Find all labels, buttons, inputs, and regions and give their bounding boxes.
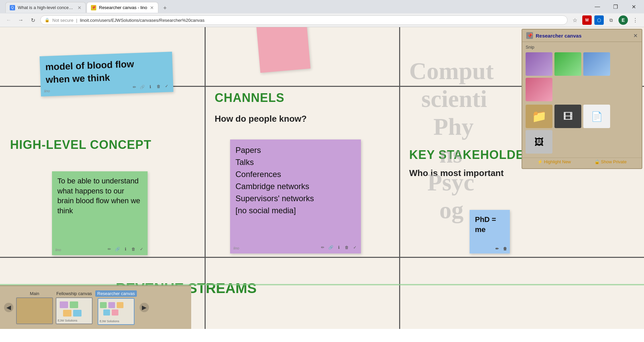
tab-2-icon: 📌 bbox=[91, 5, 96, 10]
channels-sticky[interactable]: PapersTalksConferencesCambridge networks… bbox=[230, 139, 361, 253]
canvas-prev-button[interactable]: ◀ bbox=[4, 303, 13, 312]
address-bar[interactable]: 🔒 CHANNELS Not secure | linoit.com/users… bbox=[40, 15, 568, 25]
toolbar-right: ☆ M ⬡ ⧉ E ⋮ bbox=[570, 15, 640, 25]
tab-1-label: What is a high-level concept? | A bbox=[18, 5, 75, 10]
link-icon-2[interactable]: 🔗 bbox=[114, 246, 121, 252]
concept-sticky-actions: ✏ 🔗 ℹ 🗑 ✓ bbox=[106, 246, 145, 252]
researcher-popup: 📌 Researcher canvas ✕ Snip 📁 🎞 📄 🖼 bbox=[522, 29, 642, 169]
profile-avatar[interactable]: E bbox=[619, 15, 628, 25]
blood-flow-text: model of blood flowwhen we think bbox=[45, 59, 134, 85]
info-icon[interactable]: ℹ bbox=[147, 83, 154, 90]
check-icon-3[interactable]: ✓ bbox=[352, 244, 358, 251]
channels-content: PapersTalksConferencesCambridge networks… bbox=[235, 144, 356, 217]
phd-sticky-actions: ✏ 🗑 bbox=[494, 245, 508, 252]
channels-header: CHANNELS bbox=[215, 91, 284, 105]
edit-icon-4[interactable]: ✏ bbox=[494, 245, 500, 252]
tab-2-close[interactable]: ✕ bbox=[150, 5, 154, 10]
blood-flow-sticky-footer: lino bbox=[44, 89, 50, 94]
edit-icon[interactable]: ✏ bbox=[131, 84, 138, 91]
blood-flow-sticky[interactable]: model of blood flowwhen we think ✏ 🔗 ℹ 🗑… bbox=[40, 52, 173, 97]
new-tab-button[interactable]: + bbox=[160, 3, 170, 13]
back-button[interactable]: ← bbox=[4, 15, 13, 25]
snip-thumb-image[interactable]: 🖼 bbox=[526, 130, 552, 154]
popup-header: 📌 Researcher canvas ✕ bbox=[522, 30, 642, 42]
show-private-label: Show Private bbox=[601, 159, 627, 164]
info-icon-2[interactable]: ℹ bbox=[122, 246, 129, 252]
snip-label: Snip bbox=[526, 45, 638, 50]
canvas-thumb-fellowship: EJW Solutions bbox=[56, 297, 93, 324]
channels-sticky-footer: lino bbox=[233, 246, 239, 251]
canvas-next-button[interactable]: ▶ bbox=[140, 303, 149, 312]
snip-thumb-purple[interactable] bbox=[526, 52, 552, 76]
popup-footer: ⚡ Highlight New 🔒 Show Private bbox=[522, 158, 642, 166]
lino-logo-2: lino bbox=[55, 247, 61, 252]
extension-blue-button[interactable]: ⬡ bbox=[594, 15, 604, 25]
bookmark-button[interactable]: ☆ bbox=[570, 15, 580, 25]
phd-text: PhD =me bbox=[475, 215, 496, 234]
lino-logo-3: lino bbox=[233, 246, 239, 251]
highlight-new-button[interactable]: ⚡ Highlight New bbox=[537, 159, 571, 164]
menu-button[interactable]: ⋮ bbox=[631, 15, 640, 25]
canvas-tab-researcher-label: Researcher canvas bbox=[95, 290, 137, 297]
tab-1-close[interactable]: ✕ bbox=[77, 5, 82, 10]
snip-thumb-pink[interactable] bbox=[526, 78, 552, 101]
delete-icon-4[interactable]: 🗑 bbox=[502, 245, 508, 252]
check-icon[interactable]: ✓ bbox=[163, 82, 170, 90]
delete-icon-3[interactable]: 🗑 bbox=[343, 244, 350, 251]
canvas-thumb-researcher: EJW Solutions bbox=[98, 298, 135, 325]
bottom-panel: ◀ Main Fellowship canvas EJW Solutions R… bbox=[0, 285, 191, 329]
snip-thumb-folder[interactable]: 📁 bbox=[526, 105, 552, 128]
delete-icon[interactable]: 🗑 bbox=[155, 83, 162, 90]
extension-layers-button[interactable]: ⧉ bbox=[606, 15, 616, 25]
snip-thumb-blue[interactable] bbox=[583, 52, 610, 76]
popup-close-button[interactable]: ✕ bbox=[633, 33, 638, 39]
link-icon[interactable]: 🔗 bbox=[139, 83, 146, 91]
concept-sticky[interactable]: To be able to understand what happens to… bbox=[52, 171, 148, 255]
channels-subtitle: How do people know? bbox=[215, 114, 307, 124]
popup-title: Researcher canvas bbox=[536, 33, 631, 39]
tab-1-icon: Q bbox=[10, 5, 15, 10]
phd-sticky[interactable]: PhD =me ✏ 🗑 bbox=[470, 210, 510, 253]
popup-icon: 📌 bbox=[526, 32, 533, 39]
show-private-button[interactable]: 🔒 Show Private bbox=[594, 159, 627, 164]
reload-button[interactable]: ↻ bbox=[28, 15, 38, 25]
highlight-new-label: Highlight New bbox=[544, 159, 571, 164]
concept-sticky-footer: lino bbox=[55, 247, 61, 252]
snip-thumb-film[interactable]: 🎞 bbox=[554, 105, 581, 128]
tab-2[interactable]: 📌 Researcher canvas - lino ✕ bbox=[87, 2, 158, 13]
channels-sticky-actions: ✏ 🔗 ℹ 🗑 ✓ bbox=[319, 244, 358, 251]
link-icon-3[interactable]: 🔗 bbox=[327, 244, 334, 251]
window-controls: — ❐ ✕ bbox=[590, 2, 641, 12]
delete-icon-2[interactable]: 🗑 bbox=[130, 246, 137, 252]
snip-thumb-paper[interactable]: 📄 bbox=[583, 105, 610, 128]
lino-logo: lino bbox=[44, 89, 50, 94]
canvas-tab-fellowship-label: Fellowship canvas bbox=[56, 291, 92, 296]
fellowship-brand: EJW Solutions bbox=[58, 319, 77, 322]
title-bar: Q What is a high-level concept? | A ✕ 📌 … bbox=[0, 0, 644, 13]
pink-top-sticky[interactable] bbox=[256, 27, 311, 73]
canvas-thumb-main bbox=[16, 297, 53, 324]
canvas-tab-fellowship[interactable]: Fellowship canvas EJW Solutions bbox=[56, 291, 93, 324]
tab-1[interactable]: Q What is a high-level concept? | A ✕ bbox=[5, 2, 86, 13]
lock-icon-popup: 🔒 bbox=[594, 159, 600, 164]
maximize-button[interactable]: ❐ bbox=[608, 2, 623, 12]
grid-line-h2 bbox=[0, 257, 644, 258]
info-icon-3[interactable]: ℹ bbox=[335, 244, 342, 251]
edit-icon-2[interactable]: ✏ bbox=[106, 246, 113, 252]
right-partial-text: Comput scienti Phy ns Psyc og bbox=[409, 57, 494, 224]
check-icon-2[interactable]: ✓ bbox=[138, 246, 145, 252]
edit-icon-3[interactable]: ✏ bbox=[319, 244, 326, 251]
minimize-button[interactable]: — bbox=[590, 2, 605, 12]
canvas-tab-main-label: Main bbox=[30, 291, 39, 296]
snip-thumb-green[interactable] bbox=[554, 52, 581, 76]
lock-icon: 🔒 bbox=[45, 18, 50, 22]
extension-red-button[interactable]: M bbox=[582, 15, 592, 25]
canvas-tab-main[interactable]: Main bbox=[16, 291, 53, 324]
grid-line-v2 bbox=[399, 27, 400, 329]
concept-text: To be able to understand what happens to… bbox=[57, 177, 140, 215]
not-secure-text: Not secure bbox=[52, 18, 73, 23]
forward-button[interactable]: → bbox=[16, 15, 25, 25]
tab-2-label: Researcher canvas - lino bbox=[99, 5, 147, 10]
canvas-tab-researcher[interactable]: Researcher canvas EJW Solutions bbox=[95, 290, 137, 325]
close-button[interactable]: ✕ bbox=[626, 2, 641, 12]
